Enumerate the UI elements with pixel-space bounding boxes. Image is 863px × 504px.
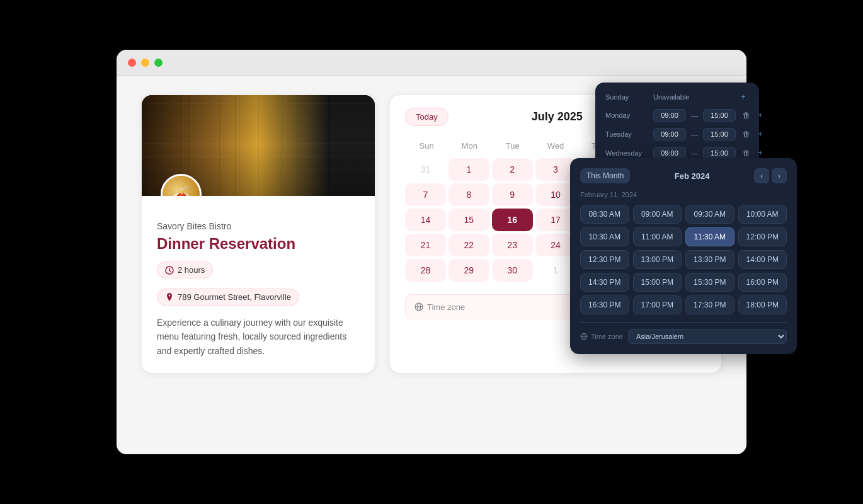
avail-row-wednesday: Wednesday — 🗑 + [605, 147, 749, 159]
calendar-day-7[interactable]: 7 [405, 183, 446, 206]
avail-end-wednesday[interactable] [703, 147, 736, 159]
avail-add-wednesday[interactable]: + [755, 147, 766, 159]
tp-time-slot-3[interactable]: 10:00 AM [738, 205, 787, 224]
tp-time-slot-10[interactable]: 13:30 PM [685, 250, 734, 269]
browser-content: 🍝 Savory Bites Bistro Dinner Reservation [117, 76, 746, 454]
avail-actions-tuesday: 🗑 + [741, 129, 766, 140]
duration-text: 2 hours [178, 265, 205, 275]
avail-add-tuesday[interactable]: + [755, 129, 766, 140]
location-text: 789 Gourmet Street, Flavorville [178, 292, 291, 302]
close-dot[interactable] [128, 59, 136, 67]
browser-window: 🍝 Savory Bites Bistro Dinner Reservation [117, 50, 746, 454]
tp-time-slot-17[interactable]: 17:00 PM [633, 295, 682, 314]
tp-header: This Month Feb 2024 ‹ › [580, 168, 787, 183]
avail-day-tuesday: Tuesday [605, 130, 648, 138]
restaurant-name: Savory Bites Bistro [157, 221, 360, 231]
minimize-dot[interactable] [141, 59, 149, 67]
tp-time-slot-14[interactable]: 15:30 PM [685, 273, 734, 292]
tp-this-month-button[interactable]: This Month [580, 168, 630, 183]
tp-time-slot-7[interactable]: 12:00 PM [738, 227, 787, 246]
calendar-day-16[interactable]: 16 [492, 209, 533, 231]
tp-time-slot-1[interactable]: 09:00 AM [633, 205, 682, 224]
maximize-dot[interactable] [154, 59, 163, 67]
event-card-image: 🍝 [142, 95, 375, 196]
tp-time-slot-6[interactable]: 11:30 AM [685, 227, 734, 246]
calendar-day-28[interactable]: 28 [405, 259, 446, 282]
tp-timezone-label: Time zone [580, 333, 623, 340]
availability-panel: Sunday Unavailable + Monday — 🗑 + [595, 83, 759, 221]
avail-actions-sunday: + [738, 91, 749, 103]
weekday-mon: Mon [448, 139, 491, 153]
calendar-day-0: 31 [405, 158, 446, 181]
time-picker-panel: This Month Feb 2024 ‹ › February 11, 202… [570, 158, 797, 354]
titlebar [117, 50, 746, 76]
tp-time-slot-4[interactable]: 10:30 AM [580, 227, 629, 246]
calendar-day-2[interactable]: 2 [492, 158, 533, 181]
tp-time-slot-0[interactable]: 08:30 AM [580, 205, 629, 224]
calendar-day-23[interactable]: 23 [492, 234, 533, 256]
event-description: Experience a culinary journey with our e… [157, 316, 360, 358]
calendar-month-title: July 2025 [532, 110, 583, 123]
event-meta: 2 hours 789 Gourmet Street, Flavorville [157, 261, 360, 306]
tp-times-grid: 08:30 AM09:00 AM09:30 AM10:00 AM10:30 AM… [580, 205, 787, 314]
calendar-day-15[interactable]: 15 [449, 209, 489, 231]
calendar-day-22[interactable]: 22 [449, 234, 489, 256]
event-card-body: Savory Bites Bistro Dinner Reservation 2… [142, 209, 375, 373]
avail-delete-tuesday[interactable]: 🗑 [741, 129, 752, 140]
tp-time-slot-9[interactable]: 13:00 PM [633, 250, 682, 269]
calendar-day-9[interactable]: 9 [492, 183, 533, 206]
weekday-wed: Wed [534, 139, 577, 153]
tp-time-slot-13[interactable]: 15:00 PM [633, 273, 682, 292]
tp-time-slot-16[interactable]: 16:30 PM [580, 295, 629, 314]
tp-timezone-select[interactable]: Asia/Jerusalem Europe/Paris America/New_… [628, 329, 787, 344]
avail-delete-wednesday[interactable]: 🗑 [741, 147, 752, 159]
today-button[interactable]: Today [405, 108, 449, 126]
avail-end-tuesday[interactable] [703, 128, 736, 140]
avail-start-monday[interactable] [653, 109, 686, 122]
calendar-day-14[interactable]: 14 [405, 209, 446, 231]
avail-unavailable-sunday: Unavailable [653, 93, 733, 101]
tp-month-title: Feb 2024 [675, 171, 710, 181]
avail-day-monday: Monday [605, 112, 648, 119]
clock-icon [165, 266, 174, 275]
timezone-label: Time zone [414, 302, 465, 312]
weekday-sun: Sun [405, 139, 448, 153]
avail-actions-monday: 🗑 + [741, 110, 766, 121]
tp-navigation: ‹ › [754, 168, 787, 183]
calendar-day-21[interactable]: 21 [405, 234, 446, 256]
avail-add-monday[interactable]: + [755, 110, 766, 121]
avail-actions-wednesday: 🗑 + [741, 147, 766, 159]
avail-end-monday[interactable] [703, 109, 736, 122]
tp-time-slot-18[interactable]: 17:30 PM [685, 295, 734, 314]
tp-time-slot-11[interactable]: 14:00 PM [738, 250, 787, 269]
tp-prev-button[interactable]: ‹ [754, 168, 769, 183]
avail-row-sunday: Sunday Unavailable + [605, 91, 749, 103]
avail-start-tuesday[interactable] [653, 128, 686, 140]
calendar-day-1[interactable]: 1 [449, 158, 489, 181]
tp-next-button[interactable]: › [772, 168, 787, 183]
weekday-tue: Tue [491, 139, 534, 153]
tp-time-slot-15[interactable]: 16:00 PM [738, 273, 787, 292]
avail-add-sunday[interactable]: + [738, 91, 749, 103]
avail-delete-monday[interactable]: 🗑 [741, 110, 752, 121]
calendar-day-30[interactable]: 30 [492, 259, 533, 282]
tp-time-slot-5[interactable]: 11:00 AM [633, 227, 682, 246]
tp-footer: Time zone Asia/Jerusalem Europe/Paris Am… [580, 322, 787, 344]
calendar-day-8[interactable]: 8 [449, 183, 489, 206]
avail-day-wednesday: Wednesday [605, 149, 648, 157]
main-layout: 🍝 Savory Bites Bistro Dinner Reservation [142, 95, 721, 373]
tp-time-slot-8[interactable]: 12:30 PM [580, 250, 629, 269]
avail-start-wednesday[interactable] [653, 147, 686, 159]
food-icon: 🍝 [163, 176, 200, 196]
calendar-day-29[interactable]: 29 [449, 259, 489, 282]
duration-badge: 2 hours [157, 261, 213, 278]
tp-time-slot-2[interactable]: 09:30 AM [685, 205, 734, 224]
event-title: Dinner Reservation [157, 235, 360, 253]
event-card: 🍝 Savory Bites Bistro Dinner Reservation [142, 95, 375, 373]
tp-time-slot-19[interactable]: 18:00 PM [738, 295, 787, 314]
avail-row-tuesday: Tuesday — 🗑 + [605, 128, 749, 140]
location-badge: 789 Gourmet Street, Flavorville [157, 289, 299, 306]
tp-time-slot-12[interactable]: 14:30 PM [580, 273, 629, 292]
avail-day-sunday: Sunday [605, 93, 648, 101]
location-icon [165, 293, 174, 302]
